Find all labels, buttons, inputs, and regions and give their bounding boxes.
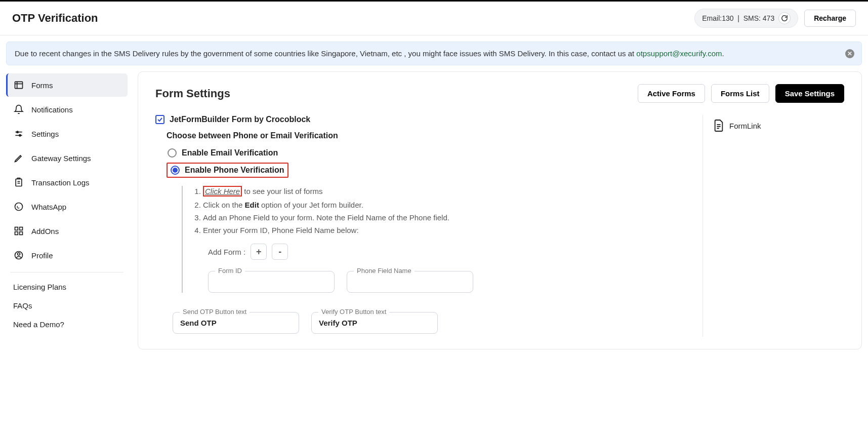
formlink-label: FormLink	[729, 122, 761, 130]
page-title: OTP Verification	[12, 12, 98, 25]
svg-rect-13	[15, 232, 18, 235]
field-row-ids: Form ID Phone Field Name	[208, 267, 692, 293]
radio-icon[interactable]	[168, 148, 177, 158]
profile-icon	[13, 250, 24, 261]
whatsapp-icon	[13, 201, 24, 212]
add-form-button[interactable]: +	[251, 244, 267, 260]
main-header: Form Settings Active Forms Forms List Sa…	[155, 84, 844, 103]
forms-list-button[interactable]: Forms List	[711, 84, 769, 103]
button-group: Active Forms Forms List Save Settings	[638, 84, 844, 103]
svg-point-10	[15, 203, 23, 211]
sidebar-item-profile[interactable]: Profile	[6, 244, 128, 267]
pencil-icon	[13, 152, 24, 164]
sidebar-item-label: Gateway Settings	[31, 154, 91, 163]
clipboard-icon	[13, 177, 24, 188]
svg-point-6	[19, 135, 21, 136]
remove-form-button[interactable]: -	[272, 244, 288, 260]
radio-icon[interactable]	[171, 166, 180, 175]
sidebar-item-label: Settings	[31, 130, 59, 138]
form-icon	[13, 80, 24, 91]
svg-rect-7	[16, 179, 22, 186]
click-here-link[interactable]: Click Here	[205, 187, 240, 195]
sidebar-item-label: Notifications	[31, 105, 73, 114]
field-row-otp: Send OTP Button text Verify OTP Button t…	[173, 308, 692, 334]
instruction-step-2: Click on the Edit option of your Jet for…	[203, 201, 692, 209]
instruction-step-4: Enter your Form ID, Phone Field Name bel…	[203, 226, 692, 234]
sidebar-item-whatsapp[interactable]: WhatsApp	[6, 195, 128, 218]
document-icon	[713, 119, 724, 132]
form-left: JetFormBuilder Form by Crocoblock Choose…	[155, 115, 692, 337]
sidebar-item-label: Transaction Logs	[31, 178, 90, 187]
sidebar-item-notifications[interactable]: Notifications	[6, 98, 128, 121]
sidebar-item-settings[interactable]: Settings	[6, 122, 128, 145]
phone-field-wrap: Phone Field Name	[347, 271, 473, 293]
svg-rect-0	[15, 82, 23, 88]
form-id-label: Form ID	[215, 267, 245, 275]
sidebar: Forms Notifications Settings Gateway Set…	[6, 71, 128, 349]
verify-otp-label: Verify OTP Button text	[318, 308, 389, 316]
main-panel: Form Settings Active Forms Forms List Sa…	[138, 71, 862, 349]
main-title: Form Settings	[155, 87, 230, 100]
notice-text: Due to recent changes in the SMS Deliver…	[15, 49, 636, 58]
sidebar-item-label: WhatsApp	[31, 203, 66, 211]
radio-phone-label: Enable Phone Verification	[185, 166, 284, 175]
add-form-row: Add Form : + -	[208, 244, 692, 260]
checkbox-label: JetFormBuilder Form by Crocoblock	[170, 115, 310, 124]
bell-icon	[13, 104, 24, 115]
save-settings-button[interactable]: Save Settings	[775, 84, 844, 103]
sidebar-item-label: AddOns	[31, 227, 59, 236]
notice-link[interactable]: otpsupport@xecurify.com	[636, 49, 722, 58]
section-title: Choose between Phone or Email Verificati…	[167, 131, 692, 140]
active-forms-button[interactable]: Active Forms	[638, 84, 705, 103]
form-body: JetFormBuilder Form by Crocoblock Choose…	[155, 115, 844, 337]
sidebar-link-licensing[interactable]: Licensing Plans	[6, 278, 128, 296]
form-id-field-wrap: Form ID	[208, 271, 335, 293]
sidebar-item-label: Profile	[31, 251, 53, 260]
form-right-panel: FormLink	[702, 115, 844, 337]
svg-point-5	[17, 131, 18, 133]
recharge-button[interactable]: Recharge	[804, 10, 856, 27]
sidebar-divider	[10, 272, 123, 272]
instruction-step-3: Add an Phone Field to your form. Note th…	[203, 213, 692, 222]
formlink-item[interactable]: FormLink	[713, 119, 844, 132]
sidebar-item-transaction-logs[interactable]: Transaction Logs	[6, 171, 128, 194]
grid-icon	[13, 225, 24, 237]
form-checkbox-row[interactable]: JetFormBuilder Form by Crocoblock	[155, 115, 692, 124]
sidebar-item-addons[interactable]: AddOns	[6, 219, 128, 243]
instruction-step-1: Click Here to see your list of forms	[203, 186, 692, 197]
verification-section: Choose between Phone or Email Verificati…	[167, 131, 692, 334]
instructions: Click Here to see your list of forms Cli…	[182, 186, 692, 293]
layout: Forms Notifications Settings Gateway Set…	[0, 71, 868, 360]
credits-pill: Email:130 | SMS: 473	[694, 9, 798, 28]
phone-field-label: Phone Field Name	[354, 267, 415, 275]
radio-email-label: Enable Email Verification	[182, 148, 278, 158]
radio-phone-row[interactable]: Enable Phone Verification	[167, 163, 288, 178]
svg-rect-11	[15, 227, 18, 230]
send-otp-label: Send OTP Button text	[180, 308, 250, 316]
sidebar-item-gateway-settings[interactable]: Gateway Settings	[6, 146, 128, 170]
svg-point-16	[18, 253, 20, 255]
close-icon[interactable]: ✕	[845, 49, 854, 58]
checkbox-icon[interactable]	[155, 115, 164, 124]
topbar: OTP Verification Email:130 | SMS: 473 Re…	[0, 0, 868, 35]
notice-banner: Due to recent changes in the SMS Deliver…	[6, 42, 862, 65]
sidebar-link-faqs[interactable]: FAQs	[6, 296, 128, 315]
svg-rect-12	[20, 227, 23, 230]
refresh-icon[interactable]	[778, 12, 791, 24]
sidebar-link-demo[interactable]: Need a Demo?	[6, 315, 128, 334]
add-form-label: Add Form :	[208, 248, 245, 256]
credits-text: Email:130 | SMS: 473	[702, 14, 774, 22]
sidebar-item-label: Forms	[31, 81, 53, 90]
sliders-icon	[13, 128, 24, 139]
verify-otp-field-wrap: Verify OTP Button text	[311, 312, 438, 334]
send-otp-field-wrap: Send OTP Button text	[173, 312, 299, 334]
sidebar-item-forms[interactable]: Forms	[6, 73, 128, 97]
svg-rect-14	[20, 232, 23, 235]
topbar-right: Email:130 | SMS: 473 Recharge	[694, 9, 856, 28]
radio-email-row[interactable]: Enable Email Verification	[167, 145, 692, 161]
